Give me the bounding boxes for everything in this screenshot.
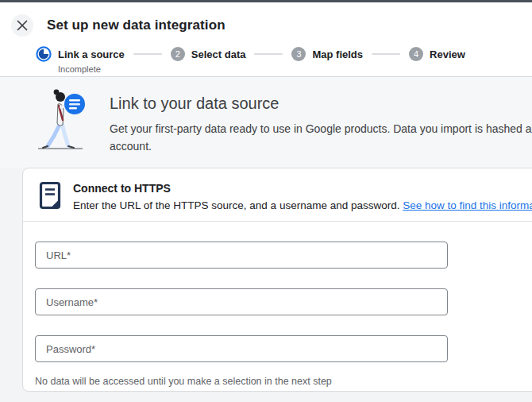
stepper-step-select-data[interactable]: 2 Select data — [171, 47, 246, 61]
wizard-stepper: Link a source Incomplete 2 Select data 3… — [0, 46, 532, 62]
card-title: Connect to HTTPS — [73, 182, 532, 195]
stepper-step-link-a-source[interactable]: Link a source — [36, 46, 125, 62]
dialog-header: Set up new data integration Link a sourc… — [0, 2, 532, 77]
dialog-body: Link to your data source Get your first-… — [0, 77, 532, 402]
username-input[interactable] — [35, 288, 448, 315]
x-close-icon — [17, 20, 28, 31]
progress-pie-icon — [36, 46, 52, 62]
card-header: Connect to HTTPS Enter the URL of the HT… — [23, 168, 532, 222]
hero-description-line1: Get your first-party data ready to use i… — [110, 120, 532, 137]
step-label: Link a source — [58, 48, 125, 60]
card-description-text: Enter the URL of the HTTPS source, and a… — [73, 199, 403, 211]
step-label: Review — [430, 48, 465, 60]
stepper-connector — [372, 53, 400, 55]
card-description: Enter the URL of the HTTPS source, and a… — [73, 199, 532, 211]
hero-banner: Link to your data source Get your first-… — [0, 77, 532, 168]
stepper-step-review[interactable]: 4 Review — [409, 47, 465, 61]
connect-https-card: Connect to HTTPS Enter the URL of the HT… — [22, 168, 532, 392]
stepper-step-map-fields[interactable]: 3 Map fields — [291, 47, 363, 61]
step-label: Select data — [191, 48, 246, 60]
step-number-badge: 2 — [171, 47, 185, 61]
url-input[interactable] — [35, 242, 448, 269]
page-title: Set up new data integration — [47, 17, 226, 33]
password-input[interactable] — [35, 335, 448, 362]
step-status-text: Incomplete — [58, 64, 101, 74]
hero-description: Get your first-party data ready to use i… — [110, 120, 532, 155]
person-carrying-data-disc-illustration — [37, 88, 97, 155]
step-number-badge: 3 — [291, 47, 306, 61]
hero-description-line2: account. — [110, 137, 532, 155]
stepper-connector — [133, 53, 162, 55]
see-how-to-find-https-info-link[interactable]: See how to find this information for HTT… — [403, 199, 532, 211]
hero-title: Link to your data source — [110, 95, 532, 113]
document-feed-icon — [39, 181, 61, 210]
stepper-connector — [254, 53, 283, 55]
close-button[interactable] — [11, 14, 33, 37]
step-number-badge: 4 — [409, 47, 423, 61]
step-label: Map fields — [312, 48, 363, 60]
card-form: No data will be accessed until you make … — [23, 222, 532, 387]
no-data-accessed-note: No data will be accessed until you make … — [35, 376, 532, 387]
